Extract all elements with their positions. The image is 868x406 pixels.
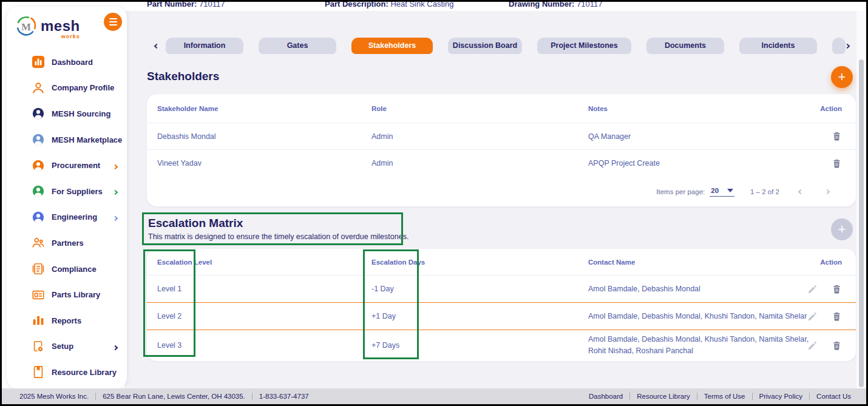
tabs-scroll-left-icon[interactable]	[151, 41, 162, 52]
chevron-right-icon	[114, 160, 117, 171]
person-outline-icon	[31, 81, 46, 95]
reports-icon	[31, 313, 46, 328]
footer-link-resource-library[interactable]: Resource Library	[629, 393, 697, 400]
hamburger-menu-button[interactable]	[104, 13, 122, 31]
delete-icon[interactable]	[831, 311, 842, 322]
stakeholder-row: Debashis Mondal Admin QA Manager	[147, 123, 856, 150]
tabs-scroll-right-icon[interactable]	[842, 41, 853, 52]
mesh-logo-icon: M	[14, 14, 38, 41]
tab-documents[interactable]: Documents	[646, 38, 724, 54]
column-notes: Notes	[588, 105, 608, 112]
column-role: Role	[371, 105, 387, 112]
resource-library-icon	[31, 365, 46, 379]
person-circle-navy-icon	[31, 106, 46, 121]
footer-link-terms-of-use[interactable]: Terms of Use	[697, 393, 752, 400]
delete-icon[interactable]	[831, 283, 842, 294]
chevron-right-icon	[114, 212, 117, 223]
footer: 2025 Mesh Works Inc. 625 Bear Run Lane, …	[2, 388, 866, 404]
brand-name: mesh	[41, 18, 80, 34]
escalation-row: Level 3 +7 Days Amol Bamdale, Debashis M…	[147, 330, 856, 360]
stakeholders-table: Stakeholder Name Role Notes Action Debas…	[147, 94, 856, 206]
next-page-icon[interactable]	[822, 186, 833, 197]
escalation-matrix-title: Escalation Matrix	[148, 217, 243, 230]
escalation-matrix-table: Escalation Level Escalation Days Contact…	[147, 249, 856, 361]
escalation-matrix-subtitle: This matrix is designed to ensure the ti…	[148, 232, 409, 241]
stakeholder-row: Vineet Yadav Admin APQP Project Create	[147, 150, 856, 177]
tab-information[interactable]: Information	[166, 38, 243, 54]
column-action: Action	[820, 105, 842, 112]
escalation-row: Level 1 -1 Day Amol Bamdale, Debashis Mo…	[147, 276, 856, 303]
footer-address: 625 Bear Run Lane, Lewis Center, OH 4303…	[95, 393, 252, 400]
column-escalation-days: Escalation Days	[371, 259, 425, 266]
previous-page-icon[interactable]	[795, 186, 806, 197]
pagination: Items per page: 20 1 – 2 of 2	[147, 177, 856, 206]
part-description: Part Description: Heat Sink Casting	[325, 2, 453, 8]
escalation-row: Level 2 +1 Day Amol Bamdale, Debashis Mo…	[147, 303, 856, 330]
sidebar-item-engineering[interactable]: Engineering	[7, 205, 127, 231]
scrollbar-thumb[interactable]	[859, 59, 864, 387]
person-circle-green-icon	[31, 184, 46, 198]
edit-pencil-icon[interactable]	[807, 340, 818, 351]
tab-incidents[interactable]: Incidents	[739, 38, 817, 54]
escalation-table-header: Escalation Level Escalation Days Contact…	[147, 249, 856, 276]
person-circle-lightblue-icon	[31, 132, 46, 147]
pagination-range: 1 – 2 of 2	[750, 188, 779, 195]
sidebar-item-mesh-marketplace[interactable]: MESH Marketplace	[7, 127, 127, 153]
app-window: M mesh works Dashboard	[0, 0, 868, 406]
edit-pencil-icon[interactable]	[807, 311, 818, 322]
footer-copyright: 2025 Mesh Works Inc.	[13, 393, 95, 400]
tab-discussion-board[interactable]: Discussion Board	[448, 38, 522, 54]
items-per-page-select[interactable]: 20	[710, 187, 734, 197]
add-escalation-button[interactable]: +	[831, 218, 853, 240]
parts-library-icon	[31, 288, 46, 302]
sidebar-item-procurement[interactable]: Procurement	[7, 152, 127, 178]
sidebar-item-setup[interactable]: Setup	[7, 334, 127, 360]
caret-down-icon	[727, 189, 733, 192]
column-escalation-level: Escalation Level	[157, 259, 212, 266]
sidebar-item-mesh-sourcing[interactable]: MESH Sourcing	[7, 101, 127, 127]
add-stakeholder-button[interactable]: +	[831, 66, 853, 88]
dashboard-icon	[31, 55, 46, 69]
tab-project-milestones[interactable]: Project Milestones	[537, 38, 631, 54]
delete-icon[interactable]	[831, 158, 842, 169]
chevron-right-icon	[114, 341, 117, 352]
column-action: Action	[820, 259, 842, 266]
partners-icon	[31, 235, 46, 250]
edit-pencil-icon[interactable]	[807, 283, 818, 294]
mesh-works-logo[interactable]: M mesh works	[14, 14, 80, 41]
tab-gates[interactable]: Gates	[259, 38, 336, 54]
sidebar-item-dashboard[interactable]: Dashboard	[7, 49, 127, 75]
sidebar-item-partners[interactable]: Partners	[7, 230, 127, 256]
column-contact-name: Contact Name	[588, 259, 635, 266]
delete-icon[interactable]	[831, 340, 842, 351]
tab-bar: Information Gates Stakeholders Discussio…	[166, 38, 846, 54]
person-circle-blue-icon	[31, 210, 46, 225]
footer-link-dashboard[interactable]: Dashboard	[582, 393, 629, 400]
stakeholders-table-header: Stakeholder Name Role Notes Action	[147, 94, 856, 123]
svg-text:M: M	[21, 21, 31, 33]
sidebar-item-for-suppliers[interactable]: For Suppliers	[7, 178, 127, 205]
sidebar-item-parts-library[interactable]: Parts Library	[7, 282, 127, 308]
sidebar: M mesh works Dashboard	[7, 7, 127, 388]
sidebar-item-resource-library[interactable]: Resource Library	[7, 359, 127, 385]
sidebar-item-compliance[interactable]: Compliance	[7, 256, 127, 282]
sidebar-item-reports[interactable]: Reports	[7, 308, 127, 334]
brand-subname: works	[41, 34, 80, 39]
setup-gear-icon	[31, 339, 46, 354]
sidebar-menu: Dashboard Company Profile MESH Sourcing …	[7, 49, 127, 385]
stakeholders-title: Stakeholders	[147, 70, 219, 83]
footer-phone: 1-833-637-4737	[252, 393, 316, 400]
drawing-number: Drawing Number: 710117	[509, 2, 602, 8]
part-number: Part Number: 710117	[147, 2, 225, 8]
footer-link-contact-us[interactable]: Contact Us	[809, 393, 858, 400]
footer-link-privacy-policy[interactable]: Privacy Policy	[752, 393, 810, 400]
sidebar-item-company-profile[interactable]: Company Profile	[7, 75, 127, 101]
tab-stakeholders[interactable]: Stakeholders	[351, 38, 433, 54]
compliance-icon	[31, 262, 46, 276]
column-stakeholder-name: Stakeholder Name	[157, 105, 218, 112]
part-info-bar: Part Number: 710117 Part Description: He…	[125, 2, 856, 11]
person-circle-orange-icon	[31, 158, 46, 173]
items-per-page-label: Items per page:	[656, 188, 705, 195]
chevron-right-icon	[114, 186, 117, 197]
delete-icon[interactable]	[831, 131, 842, 142]
